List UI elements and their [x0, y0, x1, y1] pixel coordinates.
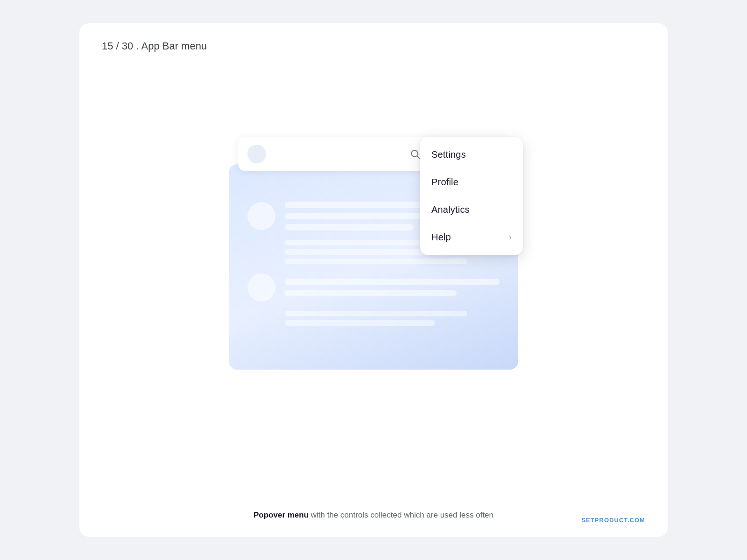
skeleton-line — [285, 320, 435, 326]
app-bar: Settings Profile Analytics Help › — [238, 137, 509, 171]
app-logo — [247, 145, 266, 163]
menu-item-profile[interactable]: Profile — [420, 168, 523, 196]
popover-menu: Settings Profile Analytics Help › — [420, 137, 523, 255]
search-icon[interactable] — [409, 148, 421, 160]
footer-regular: with the controls collected which are us… — [309, 511, 493, 519]
footer-bold: Popover menu — [254, 511, 309, 519]
brand-link[interactable]: SETPRODUCT.COM — [581, 517, 645, 524]
menu-item-analytics[interactable]: Analytics — [420, 196, 523, 224]
skeleton-line — [285, 224, 414, 231]
skeleton-line — [285, 290, 457, 296]
skeleton-row-2 — [247, 273, 500, 301]
skeleton-line — [285, 259, 467, 264]
menu-item-settings[interactable]: Settings — [420, 141, 523, 168]
chevron-right-icon: › — [509, 232, 512, 242]
skeleton-line — [285, 279, 500, 285]
skeleton-avatar-2 — [247, 273, 275, 301]
outer-card: 15 / 30 . App Bar menu — [79, 23, 668, 537]
skeleton-line — [285, 311, 467, 316]
menu-item-help[interactable]: Help › — [420, 224, 523, 251]
skeleton-small-lines-2 — [285, 311, 500, 326]
center-area: Settings Profile Analytics Help › — [79, 23, 668, 511]
skeleton-lines-2 — [285, 279, 500, 296]
footer-text: Popover menu with the controls collected… — [79, 511, 668, 537]
svg-line-1 — [417, 156, 420, 159]
skeleton-avatar-1 — [247, 202, 275, 230]
app-card: Settings Profile Analytics Help › — [229, 164, 518, 370]
